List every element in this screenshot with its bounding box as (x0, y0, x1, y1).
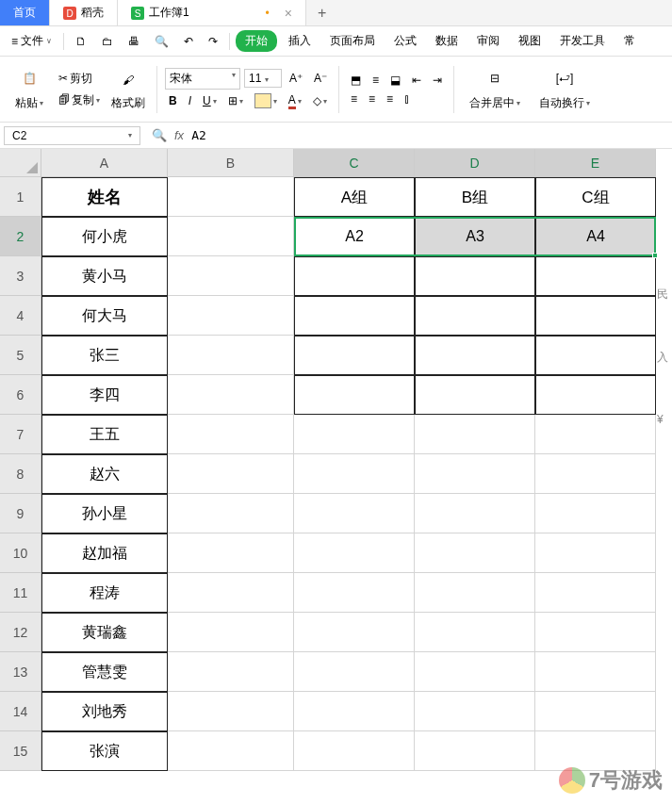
cell-B12[interactable] (168, 613, 294, 652)
cell-C8[interactable] (294, 454, 415, 494)
cell-B7[interactable] (168, 415, 294, 454)
tab-data[interactable]: 数据 (428, 29, 466, 53)
cell-E4[interactable] (535, 296, 656, 336)
side-icon-3[interactable]: ¥ (657, 413, 668, 426)
tab-dev-tools[interactable]: 开发工具 (552, 29, 613, 53)
row-header-2[interactable]: 2 (0, 217, 41, 256)
cell-E3[interactable] (535, 256, 656, 296)
distribute-button[interactable]: ⫿ (401, 90, 414, 107)
row-header-9[interactable]: 9 (0, 494, 41, 533)
open-button[interactable]: 🗀 (96, 31, 119, 52)
cell-A12[interactable]: 黄瑞鑫 (41, 613, 168, 652)
indent-decrease-button[interactable]: ⇤ (408, 72, 425, 89)
merge-dropdown[interactable]: 合并居中▾ (466, 93, 524, 113)
name-box[interactable]: C2▾ (4, 126, 140, 145)
cell-C4[interactable] (294, 296, 415, 336)
row-header-4[interactable]: 4 (0, 296, 41, 336)
preview-button[interactable]: 🔍 (149, 31, 174, 52)
hamburger-menu-button[interactable]: ≡ 文件 ∨ (6, 29, 57, 53)
cell-C2[interactable]: A2 (294, 217, 415, 256)
cell-E6[interactable] (535, 375, 656, 415)
cell-C10[interactable] (294, 533, 415, 573)
cell-D11[interactable] (415, 573, 535, 613)
side-icon-1[interactable]: 民 (657, 287, 668, 303)
cell-D10[interactable] (415, 533, 535, 573)
tab-formula[interactable]: 公式 (386, 29, 424, 53)
cell-A8[interactable]: 赵六 (41, 454, 168, 494)
cell-C7[interactable] (294, 415, 415, 454)
cell-C13[interactable] (294, 652, 415, 692)
cell-E14[interactable] (535, 692, 656, 731)
format-painter-button[interactable]: 🖌 (115, 67, 141, 93)
cell-C12[interactable] (294, 613, 415, 652)
cell-A11[interactable]: 程涛 (41, 573, 168, 613)
row-header-15[interactable]: 15 (0, 731, 41, 771)
tab-review[interactable]: 审阅 (469, 29, 507, 53)
align-left-button[interactable]: ≡ (347, 90, 361, 107)
tab-start[interactable]: 开始 (236, 30, 277, 52)
print-button[interactable]: 🖶 (123, 31, 145, 52)
cell-E10[interactable] (535, 533, 656, 573)
cell-A5[interactable]: 张三 (41, 336, 168, 375)
cell-C9[interactable] (294, 494, 415, 533)
cell-B10[interactable] (168, 533, 294, 573)
col-header-D[interactable]: D (415, 149, 535, 177)
cell-B4[interactable] (168, 296, 294, 336)
cell-D1[interactable]: B组 (415, 177, 535, 217)
cut-button[interactable]: ✂剪切 (55, 69, 104, 89)
wrap-dropdown[interactable]: 自动换行▾ (535, 93, 594, 113)
cell-B8[interactable] (168, 454, 294, 494)
wrap-text-button[interactable]: [⮐] (551, 65, 578, 91)
font-size-select[interactable]: 11 ▾ (244, 69, 282, 88)
cell-B15[interactable] (168, 731, 294, 771)
cell-A15[interactable]: 张演 (41, 731, 168, 771)
row-header-11[interactable]: 11 (0, 573, 41, 613)
tab-daoke[interactable]: D 稻壳 (50, 0, 118, 25)
cell-A13[interactable]: 管慧雯 (41, 652, 168, 692)
cell-A1[interactable]: 姓名 (41, 177, 168, 217)
row-header-3[interactable]: 3 (0, 256, 41, 296)
cell-B6[interactable] (168, 375, 294, 415)
col-header-A[interactable]: A (41, 149, 168, 177)
close-tab-icon[interactable]: × (285, 6, 292, 21)
cell-A2[interactable]: 何小虎 (41, 217, 168, 256)
cell-A7[interactable]: 王五 (41, 415, 168, 454)
align-bottom-button[interactable]: ⬓ (386, 72, 404, 89)
row-header-5[interactable]: 5 (0, 336, 41, 375)
cell-C5[interactable] (294, 336, 415, 375)
select-all-corner[interactable] (0, 149, 41, 177)
cell-B2[interactable] (168, 217, 294, 256)
cell-D7[interactable] (415, 415, 535, 454)
cell-E2[interactable]: A4 (535, 217, 656, 256)
tab-workbook[interactable]: S 工作簿1 • × (118, 0, 306, 25)
cell-C15[interactable] (294, 731, 415, 771)
col-header-B[interactable]: B (168, 149, 294, 177)
align-top-button[interactable]: ⬒ (347, 72, 365, 89)
cell-B9[interactable] (168, 494, 294, 533)
bold-button[interactable]: B (165, 92, 181, 109)
cell-E7[interactable] (535, 415, 656, 454)
selection-fill-handle[interactable] (652, 253, 658, 258)
cell-D14[interactable] (415, 692, 535, 731)
align-middle-button[interactable]: ≡ (369, 72, 383, 89)
tab-page-layout[interactable]: 页面布局 (322, 29, 383, 53)
cell-A3[interactable]: 黄小马 (41, 256, 168, 296)
indent-increase-button[interactable]: ⇥ (429, 72, 446, 89)
row-header-14[interactable]: 14 (0, 692, 41, 731)
cell-E9[interactable] (535, 494, 656, 533)
cell-E1[interactable]: C组 (535, 177, 656, 217)
cell-E11[interactable] (535, 573, 656, 613)
tab-insert[interactable]: 插入 (281, 29, 319, 53)
add-tab-button[interactable]: + (306, 0, 337, 25)
col-header-E[interactable]: E (535, 149, 656, 177)
paste-dropdown[interactable]: 粘贴▾ (11, 93, 47, 113)
row-header-8[interactable]: 8 (0, 454, 41, 494)
cell-E12[interactable] (535, 613, 656, 652)
cell-E13[interactable] (535, 652, 656, 692)
increase-font-button[interactable]: A⁺ (286, 70, 306, 87)
cell-A14[interactable]: 刘地秀 (41, 692, 168, 731)
cell-D2[interactable]: A3 (415, 217, 535, 256)
underline-button[interactable]: U▾ (199, 92, 221, 109)
row-header-1[interactable]: 1 (0, 177, 41, 217)
new-button[interactable]: 🗋 (70, 31, 92, 52)
